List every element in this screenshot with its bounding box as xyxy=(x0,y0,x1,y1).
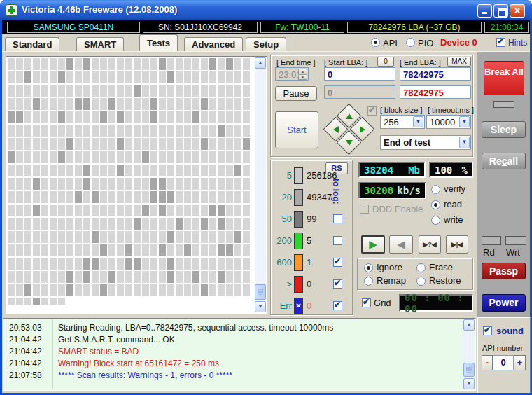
scan-block xyxy=(41,178,48,190)
combo-arrow-icon[interactable]: ▼ xyxy=(459,137,470,148)
tab-setup[interactable]: Setup xyxy=(246,37,286,51)
end-lba-input[interactable]: 78242975 xyxy=(400,67,471,81)
remap-radio[interactable] xyxy=(364,277,373,286)
ddd-enable-checkbox[interactable] xyxy=(360,205,369,214)
tab-advanced[interactable]: Advanced xyxy=(184,37,243,51)
scan-block xyxy=(218,138,225,150)
legend-log-checkbox[interactable]: ✔ xyxy=(333,301,342,310)
timeout-select[interactable]: 10000 ▼ xyxy=(426,115,471,129)
scan-block xyxy=(83,258,90,270)
sleep-button[interactable]: Sleep xyxy=(482,121,526,138)
verify-radio[interactable] xyxy=(431,185,440,194)
scan-block xyxy=(83,71,90,83)
scan-block xyxy=(150,98,158,110)
scan-block xyxy=(8,138,15,150)
log-scrollbar-thumb[interactable] xyxy=(463,363,475,377)
scroll-down-icon[interactable]: ▼ xyxy=(463,378,475,389)
password-button[interactable]: Passp xyxy=(482,263,526,279)
api-plus-button[interactable]: + xyxy=(514,355,526,370)
minimize-button[interactable] xyxy=(477,4,492,18)
end-lba-max-button[interactable]: MAX xyxy=(447,57,471,67)
sound-checkbox[interactable]: ✔ xyxy=(483,326,492,335)
break-all-button[interactable]: Break All xyxy=(484,61,524,95)
scan-block xyxy=(159,205,166,216)
legend-log-checkbox[interactable] xyxy=(333,236,342,245)
read-radio[interactable] xyxy=(431,200,440,209)
direction-lock-checkbox[interactable]: ✔ xyxy=(368,106,377,116)
scan-block xyxy=(134,165,141,176)
restore-radio[interactable] xyxy=(416,277,426,286)
grid-scrollbar-thumb[interactable] xyxy=(255,284,266,300)
scan-block xyxy=(201,244,208,256)
pio-radio[interactable] xyxy=(406,38,415,47)
combo-arrow-icon[interactable]: ▼ xyxy=(459,116,470,127)
start-button[interactable]: Start xyxy=(275,111,318,148)
scan-block xyxy=(159,218,166,230)
scan-block xyxy=(234,151,241,163)
grid-checkbox[interactable]: ✔ xyxy=(362,298,371,307)
scan-block xyxy=(108,205,115,216)
scan-block xyxy=(226,151,233,163)
tab-tests[interactable]: Tests xyxy=(139,34,178,51)
play-button[interactable]: ▶ xyxy=(361,235,385,254)
grid-scrollbar[interactable]: ▲ ▼ xyxy=(255,57,266,312)
hints-checkbox[interactable]: ✔ xyxy=(496,38,505,47)
legend-log-checkbox[interactable]: ✔ xyxy=(333,279,342,289)
defect-action-group: Ignore Erase Remap Restore xyxy=(357,258,473,290)
scan-block xyxy=(33,258,40,270)
scan-block xyxy=(58,178,65,190)
close-button[interactable]: ✕ xyxy=(510,4,525,18)
log-scrollbar[interactable]: ▲ ▼ xyxy=(463,319,475,389)
scroll-down-icon[interactable]: ▼ xyxy=(255,301,266,312)
scan-block xyxy=(218,205,225,216)
ignore-radio[interactable] xyxy=(364,263,373,272)
write-radio[interactable] xyxy=(431,216,440,225)
scan-block xyxy=(226,111,233,123)
combo-arrow-icon[interactable]: ▼ xyxy=(413,116,424,127)
scan-block xyxy=(159,125,166,137)
scan-block xyxy=(134,284,141,296)
scan-block xyxy=(75,98,82,110)
legend-log-checkbox[interactable]: ✔ xyxy=(333,258,342,267)
scan-block xyxy=(184,218,191,230)
wrt-label: Wrt xyxy=(506,247,520,258)
start-lba-input[interactable]: 0 xyxy=(324,67,396,81)
scan-block xyxy=(16,271,23,283)
end-time-input[interactable]: 23:01 ▲▼ xyxy=(275,67,309,81)
block-size-select[interactable]: 256 ▼ xyxy=(380,115,425,129)
scan-block xyxy=(234,85,241,97)
maximize-button[interactable] xyxy=(493,4,508,18)
scroll-up-icon[interactable]: ▲ xyxy=(463,319,475,331)
pause-button[interactable]: Pause xyxy=(275,86,317,101)
scan-block xyxy=(100,58,107,70)
api-radio[interactable] xyxy=(371,38,380,47)
scan-block xyxy=(108,71,115,83)
scroll-up-icon[interactable]: ▲ xyxy=(255,57,266,69)
scan-block xyxy=(150,71,158,83)
scan-block xyxy=(66,71,74,83)
api-minus-button[interactable]: - xyxy=(482,355,493,370)
back-button[interactable]: ◀ xyxy=(389,235,413,254)
recall-button[interactable]: Recall xyxy=(482,153,526,169)
tab-smart[interactable]: SMART xyxy=(76,37,124,51)
scan-block xyxy=(92,111,99,123)
scan-block xyxy=(24,165,31,176)
start-lba-zero-button[interactable]: 0 xyxy=(377,57,394,67)
end-action-select[interactable]: End of test ▼ xyxy=(380,135,471,150)
scan-block xyxy=(117,231,124,243)
seek-button[interactable]: ▶?◀ xyxy=(419,235,441,254)
erase-radio[interactable] xyxy=(416,263,426,272)
tab-standard[interactable]: Standard xyxy=(5,37,59,51)
scan-block xyxy=(243,178,250,190)
scan-block xyxy=(33,205,40,216)
scan-block xyxy=(92,284,99,296)
end-time-spinner[interactable]: ▲▼ xyxy=(298,69,307,79)
scan-block xyxy=(150,244,158,256)
power-button[interactable]: Power xyxy=(482,294,526,312)
scan-block xyxy=(16,231,23,243)
scan-block xyxy=(184,191,191,203)
scan-block xyxy=(50,298,57,305)
skip-button[interactable]: ▶|◀ xyxy=(446,235,468,254)
legend-log-checkbox[interactable] xyxy=(333,214,342,223)
log-entry-text: Starting Reading, LBA=0..78242975, seque… xyxy=(47,323,333,333)
